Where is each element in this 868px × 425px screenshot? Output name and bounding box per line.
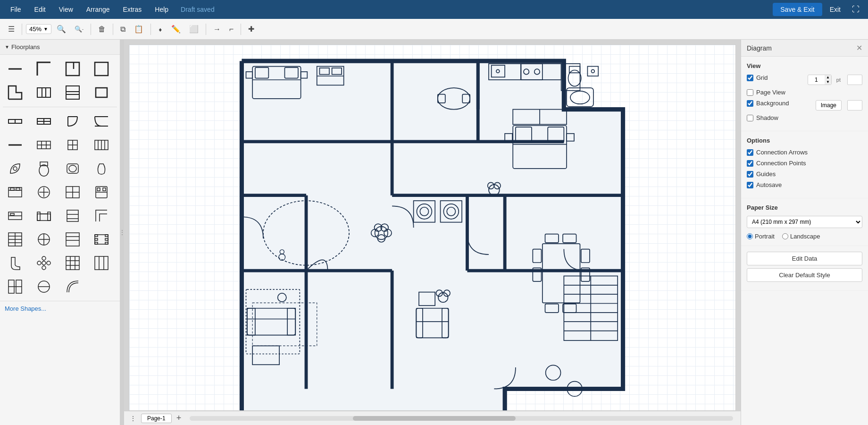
- shape-grid-box[interactable]: [60, 252, 85, 274]
- sidebar-resize-handle[interactable]: [120, 40, 124, 425]
- connection-arrows-checkbox[interactable]: [747, 149, 753, 156]
- copy-button[interactable]: ⧉: [117, 23, 129, 36]
- page-tab-1[interactable]: Page-1: [141, 414, 172, 423]
- shape-bathtub[interactable]: [60, 157, 85, 180]
- grid-checkbox[interactable]: [747, 75, 753, 81]
- shadow-label[interactable]: Shadow: [756, 114, 778, 121]
- shape-stair[interactable]: [60, 81, 85, 104]
- shape-bottom-3[interactable]: [60, 275, 85, 298]
- shape-room-rect[interactable]: [60, 58, 85, 80]
- portrait-radio[interactable]: [747, 233, 753, 239]
- shape-stairs-2[interactable]: [60, 228, 85, 251]
- menu-help[interactable]: Help: [149, 4, 174, 15]
- portrait-label[interactable]: Portrait: [755, 233, 775, 240]
- shape-bookshelf[interactable]: [60, 204, 85, 227]
- shape-button[interactable]: ⬜: [186, 22, 202, 36]
- horizontal-scrollbar[interactable]: [190, 416, 733, 421]
- shape-wall-straight[interactable]: [3, 58, 27, 80]
- connection-arrows-label[interactable]: Connection Arrows: [756, 149, 808, 156]
- paper-size-select[interactable]: A4 (210 mm x 297 mm) A3 (297 mm x 420 mm…: [747, 216, 862, 228]
- fill-color-button[interactable]: ⬧: [155, 23, 166, 36]
- grid-value-input[interactable]: [808, 76, 825, 84]
- grid-spin-up[interactable]: ▲: [825, 75, 831, 80]
- background-checkbox[interactable]: [747, 100, 753, 107]
- shape-toilet[interactable]: [32, 157, 56, 180]
- waypoint-button[interactable]: ⌐: [226, 23, 237, 36]
- landscape-label[interactable]: Landscape: [790, 233, 820, 240]
- autosave-label[interactable]: Autosave: [756, 181, 782, 188]
- shape-couch[interactable]: [32, 204, 56, 227]
- more-shapes-link[interactable]: More Shapes...: [0, 301, 120, 316]
- menu-arrange[interactable]: Arrange: [81, 4, 116, 15]
- shape-window-1[interactable]: [3, 110, 27, 133]
- shape-sink[interactable]: [3, 157, 27, 180]
- shape-box[interactable]: [89, 81, 114, 104]
- zoom-dropdown-icon[interactable]: ▼: [43, 26, 48, 32]
- fullscreen-button[interactable]: ⛶: [848, 2, 863, 17]
- zoom-out-button[interactable]: 🔍-: [71, 23, 87, 35]
- menu-edit[interactable]: Edit: [29, 4, 51, 15]
- shape-window-3[interactable]: [60, 134, 85, 156]
- menu-view[interactable]: View: [53, 4, 79, 15]
- shape-line-single[interactable]: [3, 134, 27, 156]
- shape-bottom-2[interactable]: [32, 275, 56, 298]
- shape-wall-corner[interactable]: [32, 58, 56, 80]
- guides-checkbox[interactable]: [747, 171, 753, 178]
- connection-button[interactable]: →: [210, 23, 224, 36]
- background-label[interactable]: Background: [756, 100, 803, 107]
- shape-cabinet[interactable]: [60, 181, 85, 204]
- page-view-label[interactable]: Page View: [756, 89, 785, 96]
- shape-boot[interactable]: [3, 252, 27, 274]
- grid-spin-down[interactable]: ▼: [825, 80, 831, 85]
- shape-corner-joint[interactable]: [89, 204, 114, 227]
- shape-grid-wall[interactable]: [89, 134, 114, 156]
- exit-button[interactable]: Exit: [824, 3, 846, 16]
- autosave-checkbox[interactable]: [747, 182, 753, 188]
- shadow-checkbox[interactable]: [747, 115, 753, 121]
- save-exit-button[interactable]: Save & Exit: [773, 3, 822, 16]
- panel-close-button[interactable]: ✕: [856, 43, 862, 52]
- clear-default-style-button[interactable]: Clear Default Style: [747, 268, 862, 282]
- landscape-radio[interactable]: [782, 233, 788, 239]
- floorplan-diagram[interactable]: [129, 45, 735, 410]
- shape-l-room[interactable]: [3, 81, 27, 104]
- connection-points-label[interactable]: Connection Points: [756, 160, 806, 167]
- grid-color-picker[interactable]: [847, 75, 862, 85]
- shape-room-large[interactable]: [89, 58, 114, 80]
- shape-film-strip[interactable]: [89, 228, 114, 251]
- page-options-button[interactable]: ⋮: [128, 414, 138, 423]
- grid-spin[interactable]: ▲ ▼: [808, 75, 832, 85]
- grid-label[interactable]: Grid: [756, 74, 803, 81]
- zoom-control[interactable]: 45% ▼: [26, 24, 51, 34]
- insert-button[interactable]: ✚: [245, 22, 258, 36]
- edit-data-button[interactable]: Edit Data: [747, 252, 862, 265]
- shape-window-grid[interactable]: [32, 134, 56, 156]
- shape-dresser[interactable]: [89, 181, 114, 204]
- shape-circle-floor[interactable]: [32, 228, 56, 251]
- shape-u-room[interactable]: [32, 81, 56, 104]
- menu-extras[interactable]: Extras: [117, 4, 148, 15]
- shape-bottom-1[interactable]: [3, 275, 27, 298]
- page-view-checkbox[interactable]: [747, 89, 753, 96]
- shape-flower[interactable]: [32, 252, 56, 274]
- paste-button[interactable]: 📋: [131, 22, 147, 36]
- shape-vase[interactable]: [89, 157, 114, 180]
- shape-door-2[interactable]: [89, 110, 114, 133]
- shape-grid-dot[interactable]: [89, 252, 114, 274]
- guides-label[interactable]: Guides: [756, 170, 776, 178]
- shape-door-1[interactable]: [60, 110, 85, 133]
- shape-trash[interactable]: [32, 181, 56, 204]
- toggle-sidebar-button[interactable]: ☰: [5, 22, 18, 36]
- canvas-area[interactable]: ⋮ Page-1 +: [124, 40, 741, 425]
- delete-button[interactable]: 🗑: [95, 23, 109, 36]
- shape-window-2[interactable]: [32, 110, 56, 133]
- connection-points-checkbox[interactable]: [747, 160, 753, 167]
- shape-bed-single[interactable]: [3, 181, 27, 204]
- menu-file[interactable]: File: [5, 4, 27, 15]
- zoom-in-button[interactable]: 🔍: [53, 22, 69, 36]
- line-color-button[interactable]: ✏️: [168, 22, 184, 36]
- add-page-button[interactable]: +: [175, 413, 184, 423]
- shape-tv-stand[interactable]: [3, 204, 27, 227]
- background-color-picker[interactable]: [847, 100, 862, 110]
- background-image-button[interactable]: Image: [816, 100, 842, 110]
